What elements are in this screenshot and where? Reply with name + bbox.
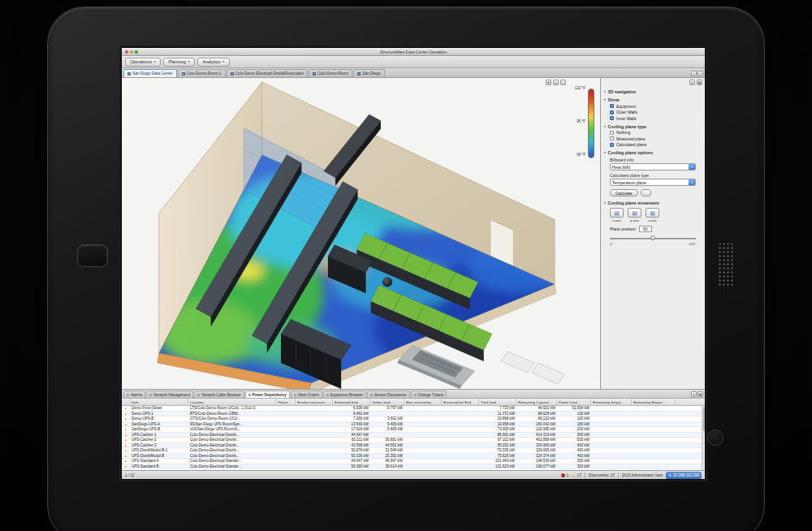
cell-estimated-load: 8.462 kW	[333, 412, 370, 417]
axis-buttons: ▤ x-axis ▤ y-axis ▤ z-axis	[603, 205, 702, 222]
document-tab[interactable]: Colo-Demo-Room-1	[178, 69, 226, 77]
document-tab-label: Colo-Demo-Room-1	[187, 71, 222, 76]
warning-count[interactable]: ▲ 17	[572, 473, 581, 477]
temperature-gradient-bar	[588, 88, 594, 158]
server-address-chip[interactable]: ⇅ 10.168.112.199	[666, 472, 702, 479]
plane-type-option[interactable]: Measured plane	[603, 135, 702, 141]
bottom-tab[interactable]: Sensor Discoveries	[367, 391, 410, 398]
cell-breaker	[296, 438, 333, 442]
cell-power-limit: 100 kW	[557, 412, 591, 417]
calc-plane-type-select[interactable]: Temperature plane ▾	[610, 179, 696, 186]
column-header[interactable]: Estimated load	[333, 399, 370, 405]
tab-overflow-icon[interactable]: »	[698, 71, 703, 76]
column-header[interactable]: Phase	[276, 399, 296, 405]
cell-max-uncertainty	[404, 448, 442, 453]
bottom-tab[interactable]: Change Tickets	[411, 391, 447, 398]
fit-view-icon[interactable]: ⛶	[560, 80, 566, 85]
plane-axis-button[interactable]: ▤ y-axis	[628, 208, 641, 222]
document-tab[interactable]: San Diego Data Center	[123, 69, 177, 77]
column-header[interactable]: Tanker load	[370, 399, 404, 405]
document-tab[interactable]: San Diego	[353, 69, 384, 77]
show-checkbox-option[interactable]: Outer Walls	[603, 109, 702, 115]
plane-position-slider[interactable]	[610, 235, 696, 241]
plane-axis-button[interactable]: ▤ z-axis	[646, 208, 659, 222]
cell-tanker-load: 36.891 kW	[370, 438, 404, 442]
sensor-sphere[interactable]	[382, 277, 392, 287]
3d-room-view[interactable]	[122, 78, 600, 389]
scrollbar-thumb[interactable]	[703, 407, 706, 431]
billboard-info-select[interactable]: Heat (kW) ▾	[610, 163, 696, 171]
column-header[interactable]: Breaker measure...	[296, 399, 333, 405]
panel-maximize-icon[interactable]: ▣	[697, 80, 702, 85]
cell-phase	[276, 454, 296, 459]
cell-breaker	[296, 443, 333, 448]
window-titlebar[interactable]: StruxureWare Data Center Operation	[122, 48, 705, 56]
bottom-tab[interactable]: Power Dependency	[245, 391, 290, 398]
table-scrollbar[interactable]	[702, 406, 705, 470]
tablet-side-button[interactable]	[77, 244, 108, 267]
3d-view[interactable]: ✥ ◎ ⛶ 122 °F 95 °F 68 °F	[122, 78, 601, 389]
panel-collapse-icon[interactable]: ▾	[691, 391, 697, 397]
document-tab[interactable]: Colo-Demo-Electrical-Distri&Redundant	[227, 69, 309, 77]
column-header[interactable]: Power Limit	[557, 399, 591, 405]
tab-list-icon[interactable]: ≡	[691, 71, 697, 76]
cell-remaining-singul	[591, 443, 632, 448]
plane-axis-button[interactable]: ▤ x-axis	[610, 208, 624, 222]
column-header[interactable]: Remaining Singul...	[591, 399, 632, 405]
cell-reserved	[442, 422, 479, 427]
discoveries-status[interactable]: Discoveries: 17	[589, 473, 615, 477]
app-section-button[interactable]: Operations ▼	[125, 58, 161, 67]
plane-type-option[interactable]: Nothing	[603, 129, 702, 136]
checkbox-icon	[610, 110, 614, 114]
plane-position-input[interactable]: 60	[639, 226, 652, 232]
alarm-count[interactable]: 1	[561, 473, 569, 477]
bottom-tab[interactable]: Alarms	[123, 391, 145, 398]
column-header[interactable]: Item	[130, 399, 188, 405]
pan-icon[interactable]: ✥	[546, 80, 551, 85]
panel-collapse-icon[interactable]: ▾	[689, 80, 695, 85]
document-tab-bar: San Diego Data Center Colo-Demo-Room-1 C…	[122, 68, 705, 78]
cell-location: GTS/Colo-Demo-Room-1/Cd...	[188, 417, 276, 421]
slider-thumb[interactable]	[650, 235, 655, 240]
cell-location: Colo-Demo-Electrical-Distrib...	[188, 443, 276, 448]
cell-breaker	[296, 412, 333, 417]
close-window-icon[interactable]	[125, 50, 128, 54]
bottom-tab-bar: Alarms Network Management Network Cable …	[122, 390, 705, 399]
column-header[interactable]: Remaining Capacit...	[516, 399, 557, 405]
cell-total-load: 70.335 kW	[479, 448, 516, 453]
warning-icon: ▲	[122, 438, 130, 442]
cell-total-load: 7.733 kW	[479, 406, 516, 411]
calculate-button[interactable]: Calculate	[610, 189, 638, 196]
column-header[interactable]: Remaining Requir...	[632, 399, 676, 405]
bottom-tab[interactable]: Network Management	[146, 391, 193, 398]
plane-type-option[interactable]: Calculated plane	[603, 141, 702, 148]
cell-remaining-singul	[591, 454, 632, 459]
cell-remaining-capacity: 168.077 kW	[516, 464, 557, 469]
show-checkbox-option[interactable]: Equipment	[603, 102, 702, 109]
cell-power-limit: 300 kW	[557, 464, 591, 469]
document-tab[interactable]: Colo Demo Room	[309, 69, 352, 77]
column-header[interactable]: Max uncertainty	[404, 399, 442, 405]
bottom-tab[interactable]: Equipment Browser	[323, 391, 366, 398]
column-header[interactable]: Location	[188, 399, 276, 405]
column-header[interactable]: Reserved for EtoL	[442, 399, 479, 405]
zoom-window-icon[interactable]	[135, 50, 138, 54]
view-icon	[127, 394, 129, 396]
minimize-window-icon[interactable]	[130, 50, 133, 54]
tablet-round-button[interactable]	[707, 430, 723, 446]
cell-remaining-required	[632, 454, 676, 459]
table-grid: ▲ Demo-From-Street LTS/Colo-Demo-Room-1/…	[122, 406, 705, 470]
show-checkbox-option[interactable]: Inner Walls	[603, 114, 702, 121]
slider-range-labels: 0° 120°	[603, 241, 702, 246]
panel-maximize-icon[interactable]: ▣	[698, 391, 703, 397]
table-row[interactable]: ▲ UPS-Standard-B Colo-Demo-Electrical-St…	[122, 464, 702, 470]
app-section-button[interactable]: Planning ▼	[163, 58, 195, 67]
3d-navigation-header[interactable]: ▼ 3D navigation	[603, 89, 702, 94]
bottom-panel: Alarms Network Management Network Cable …	[122, 389, 705, 470]
aux-button[interactable]	[641, 189, 651, 196]
bottom-tab[interactable]: Work Orders	[291, 391, 322, 398]
rotate-icon[interactable]: ◎	[553, 80, 559, 85]
app-section-button[interactable]: Analytics ▼	[197, 58, 229, 67]
bottom-tab[interactable]: Network Cable Browser	[194, 391, 244, 398]
column-header[interactable]: Total load	[479, 399, 516, 405]
